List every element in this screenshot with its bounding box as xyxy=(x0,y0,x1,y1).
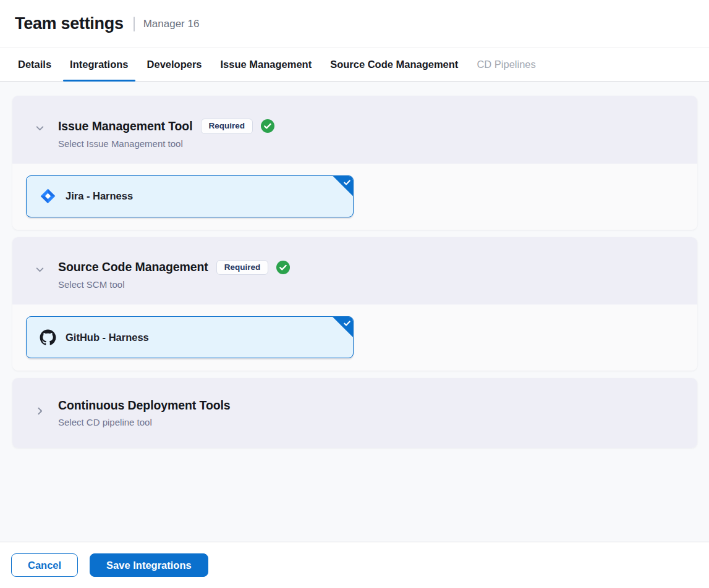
section-subtitle: Select Issue Management tool xyxy=(58,138,682,149)
chevron-down-icon xyxy=(35,123,58,136)
section-issue-management-tool: Issue Management Tool Required Select Is… xyxy=(12,96,697,230)
section-cd-header[interactable]: Continuous Deployment Tools Select CD pi… xyxy=(12,378,697,448)
chevron-right-icon xyxy=(35,406,58,419)
section-continuous-deployment-tools: Continuous Deployment Tools Select CD pi… xyxy=(12,378,697,448)
section-source-code-management: Source Code Management Required Select S… xyxy=(12,237,697,371)
page-header: Team settings Manager 16 xyxy=(0,0,709,48)
check-circle-icon xyxy=(276,261,290,274)
section-issue-management-header[interactable]: Issue Management Tool Required Select Is… xyxy=(12,96,697,164)
page-subtitle: Manager 16 xyxy=(143,18,200,30)
section-issue-management-body: Jira - Harness xyxy=(12,164,697,230)
save-integrations-button[interactable]: Save Integrations xyxy=(90,553,208,577)
chevron-down-icon xyxy=(35,264,58,277)
tab-issue-management[interactable]: Issue Management xyxy=(211,48,321,81)
option-jira-harness[interactable]: Jira - Harness xyxy=(26,175,354,217)
tab-cd-pipelines[interactable]: CD Pipelines xyxy=(467,48,545,81)
tab-integrations[interactable]: Integrations xyxy=(61,48,137,81)
tabs-bar: Details Integrations Developers Issue Ma… xyxy=(0,48,709,82)
tab-details[interactable]: Details xyxy=(9,48,61,81)
selected-checkmark-icon xyxy=(332,175,354,197)
option-label: GitHub - Harness xyxy=(66,332,149,343)
section-title: Issue Management Tool xyxy=(58,119,193,133)
section-scm-header[interactable]: Source Code Management Required Select S… xyxy=(12,237,697,305)
page-title: Team settings xyxy=(15,14,124,33)
tab-source-code-management[interactable]: Source Code Management xyxy=(321,48,467,81)
jira-icon xyxy=(40,188,56,204)
title-separator xyxy=(134,17,135,32)
required-badge: Required xyxy=(216,260,269,275)
section-title: Source Code Management xyxy=(58,260,208,274)
cancel-button[interactable]: Cancel xyxy=(11,553,78,577)
option-label: Jira - Harness xyxy=(66,190,133,202)
required-badge: Required xyxy=(201,119,253,134)
check-circle-icon xyxy=(261,119,274,133)
github-icon xyxy=(40,329,56,346)
footer-action-bar: Cancel Save Integrations xyxy=(0,542,709,588)
section-subtitle: Select CD pipeline tool xyxy=(58,417,682,427)
integrations-panel: Issue Management Tool Required Select Is… xyxy=(0,82,709,542)
tab-developers[interactable]: Developers xyxy=(138,48,211,81)
selected-checkmark-icon xyxy=(332,316,354,338)
section-scm-body: GitHub - Harness xyxy=(12,304,697,371)
option-github-harness[interactable]: GitHub - Harness xyxy=(26,316,354,358)
section-title: Continuous Deployment Tools xyxy=(58,398,231,413)
section-subtitle: Select SCM tool xyxy=(58,279,682,290)
